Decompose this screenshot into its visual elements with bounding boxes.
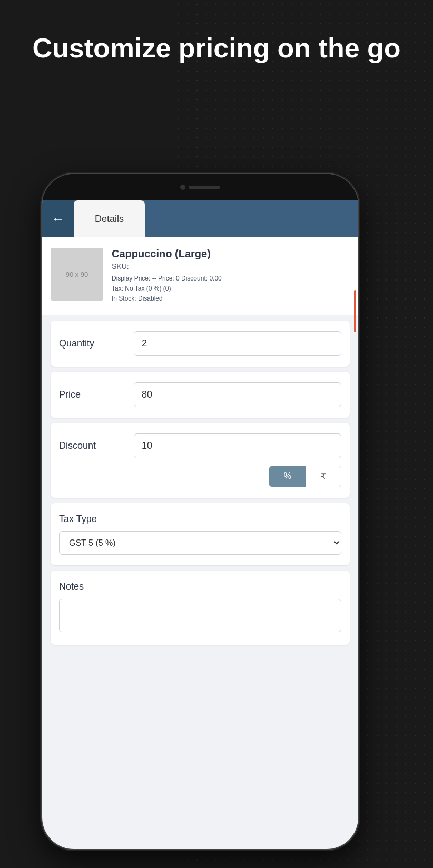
price-row: Price — [59, 382, 341, 407]
phone-frame: ← Details 90 x 90 Cappuccino (Large) SKU… — [42, 174, 358, 849]
phone-speaker — [189, 186, 220, 189]
quantity-card: Quantity — [51, 321, 350, 367]
product-meta: Display Price: -- Price: 0 Discount: 0.0… — [112, 274, 350, 304]
discount-rupee-btn[interactable]: ₹ — [306, 466, 341, 487]
phone-camera — [180, 185, 185, 190]
hero-title: Customize pricing on the go — [0, 32, 433, 64]
notes-input[interactable] — [59, 599, 341, 632]
phone-top-bar — [42, 174, 358, 200]
tax-type-label: Tax Type — [59, 514, 341, 525]
discount-row: Discount — [59, 433, 341, 458]
notes-label: Notes — [59, 581, 341, 592]
meta-line1: Display Price: -- Price: 0 Discount: 0.0… — [112, 274, 350, 284]
price-card: Price — [51, 372, 350, 418]
tab-details-label: Details — [95, 214, 124, 225]
tab-details[interactable]: Details — [74, 200, 145, 237]
quantity-input[interactable] — [134, 331, 341, 356]
discount-toggle-area: % ₹ — [59, 466, 341, 487]
phone-screen: ← Details 90 x 90 Cappuccino (Large) SKU… — [42, 200, 358, 849]
form-section: Quantity Price Discount % — [42, 315, 358, 655]
discount-label: Discount — [59, 440, 127, 451]
product-info: Cappuccino (Large) SKU: Display Price: -… — [112, 248, 350, 304]
scroll-indicator — [354, 290, 356, 332]
price-input[interactable] — [134, 382, 341, 407]
discount-input[interactable] — [134, 433, 341, 458]
discount-card: Discount % ₹ — [51, 423, 350, 498]
app-header: ← Details — [42, 200, 358, 237]
back-arrow-icon: ← — [52, 211, 64, 226]
quantity-row: Quantity — [59, 331, 341, 356]
quantity-label: Quantity — [59, 338, 127, 349]
meta-line2: Tax: No Tax (0 %) (0) — [112, 284, 350, 294]
product-name: Cappuccino (Large) — [112, 248, 350, 260]
product-section: 90 x 90 Cappuccino (Large) SKU: Display … — [42, 237, 358, 315]
notes-card: Notes — [51, 571, 350, 645]
back-button[interactable]: ← — [42, 200, 74, 237]
price-label: Price — [59, 389, 127, 400]
meta-line3: In Stock: Disabled — [112, 294, 350, 304]
tax-card: Tax Type No Tax GST 5 (5 %) GST 12 (12 %… — [51, 503, 350, 565]
product-image: 90 x 90 — [51, 248, 103, 301]
product-sku: SKU: — [112, 262, 350, 271]
discount-percent-btn[interactable]: % — [269, 466, 306, 487]
tax-type-select[interactable]: No Tax GST 5 (5 %) GST 12 (12 %) GST 18 … — [59, 531, 341, 555]
discount-toggle-group: % ₹ — [269, 466, 341, 487]
